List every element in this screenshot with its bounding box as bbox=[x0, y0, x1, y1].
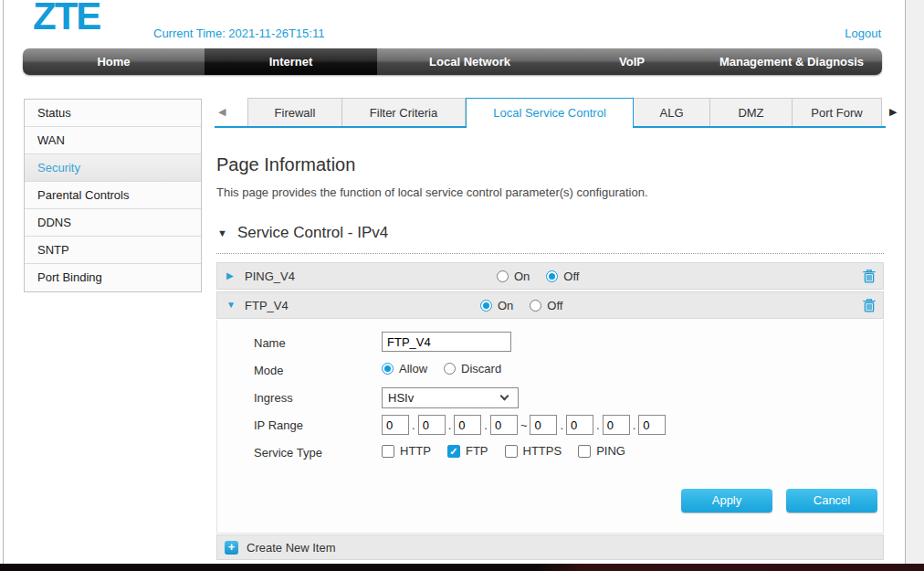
ip-range-field-label: IP Range bbox=[254, 418, 303, 432]
radio-on[interactable] bbox=[497, 270, 509, 282]
sidebar-item-port-binding[interactable]: Port Binding bbox=[25, 264, 201, 291]
nav-item-home[interactable]: Home bbox=[23, 48, 205, 75]
ip-dot-separator: . bbox=[596, 418, 600, 432]
delete-trash-icon[interactable] bbox=[862, 269, 877, 284]
checkbox-ftp[interactable] bbox=[447, 445, 460, 458]
sidebar-item-ddns[interactable]: DDNS bbox=[25, 209, 201, 237]
ip-end-octet-2[interactable] bbox=[566, 415, 593, 435]
tab-firewall[interactable]: Firewall bbox=[247, 98, 342, 126]
ip-start-octet-4[interactable] bbox=[490, 415, 518, 435]
nav-item-voip[interactable]: VoIP bbox=[562, 48, 701, 75]
tab-scroll-left-icon[interactable]: ◀ bbox=[218, 106, 226, 118]
ip-end-octet-4[interactable] bbox=[638, 415, 666, 435]
section-divider bbox=[216, 253, 884, 254]
rule-name: FTP_V4 bbox=[245, 299, 289, 312]
expand-triangle-icon[interactable]: ▼ bbox=[226, 300, 236, 310]
checkbox-ping[interactable] bbox=[578, 445, 591, 458]
section-toggle-service-control-ipv4[interactable]: ▼ Service Control - IPv4 bbox=[217, 224, 388, 242]
tab-port-forwarding[interactable]: Port Forw bbox=[793, 98, 882, 126]
sidebar: Status WAN Security Parental Controls DD… bbox=[24, 99, 202, 292]
mode-radio-group: Allow Discard bbox=[382, 362, 501, 375]
ip-end-octet-1[interactable] bbox=[530, 415, 557, 435]
collapse-triangle-icon: ▼ bbox=[217, 227, 227, 238]
checkbox-ftp-label: FTP bbox=[466, 444, 488, 458]
nav-item-local-network[interactable]: Local Network bbox=[377, 48, 562, 75]
expand-triangle-icon[interactable]: ▶ bbox=[226, 270, 234, 280]
nav-item-management-diagnosis[interactable]: Management & Diagnosis bbox=[701, 48, 882, 75]
sidebar-item-sntp[interactable]: SNTP bbox=[25, 237, 201, 264]
ingress-selected-value: HSIv bbox=[388, 391, 414, 405]
rule-name: PING_V4 bbox=[245, 270, 295, 283]
delete-trash-icon[interactable] bbox=[862, 298, 877, 313]
ip-start-octet-1[interactable] bbox=[382, 415, 409, 435]
ip-start-octet-3[interactable] bbox=[454, 415, 481, 435]
radio-off[interactable] bbox=[546, 270, 558, 282]
radio-off-label: Off bbox=[547, 299, 562, 312]
sidebar-item-security[interactable]: Security bbox=[25, 154, 201, 182]
taskbar-edge bbox=[0, 564, 924, 571]
ip-end-octet-3[interactable] bbox=[603, 415, 630, 435]
apply-button[interactable]: Apply bbox=[681, 489, 772, 513]
ip-tilde-separator: ~ bbox=[520, 418, 528, 432]
rule-enable-radio-group: On Off bbox=[480, 299, 562, 312]
ip-range-inputs: . . . ~ . . . bbox=[382, 415, 666, 435]
tab-local-service-control[interactable]: Local Service Control bbox=[466, 98, 634, 128]
service-type-checkbox-group: HTTP FTP HTTPS PING bbox=[382, 444, 625, 458]
rule-row-ftp-v4: ▼ FTP_V4 On Off bbox=[216, 291, 884, 319]
sidebar-item-wan[interactable]: WAN bbox=[25, 127, 201, 154]
radio-off[interactable] bbox=[530, 300, 541, 312]
ftp-v4-form-panel: Name Mode Allow Discard Ingress HSIv IP … bbox=[216, 320, 884, 534]
create-new-item-row[interactable]: + Create New Item bbox=[216, 534, 884, 560]
ingress-select[interactable]: HSIv bbox=[382, 387, 519, 408]
name-input[interactable] bbox=[382, 332, 511, 352]
tabs: Firewall Filter Criteria Local Service C… bbox=[247, 98, 882, 128]
section-title: Service Control - IPv4 bbox=[237, 224, 388, 242]
radio-discard-label: Discard bbox=[461, 362, 501, 375]
router-admin-page: ZTE Current Time: 2021-11-26T15:11 Logou… bbox=[0, 0, 924, 571]
radio-on-label: On bbox=[498, 299, 513, 312]
zte-logo: ZTE bbox=[33, 0, 100, 38]
mode-field-label: Mode bbox=[254, 364, 284, 377]
radio-allow[interactable] bbox=[382, 363, 394, 375]
checkbox-https[interactable] bbox=[505, 445, 518, 458]
checkbox-ping-label: PING bbox=[596, 444, 625, 458]
ip-dot-separator: . bbox=[484, 418, 488, 432]
radio-on-label: On bbox=[514, 270, 530, 283]
ip-dot-separator: . bbox=[633, 418, 636, 432]
chevron-down-icon bbox=[500, 392, 509, 401]
ip-dot-separator: . bbox=[412, 418, 415, 432]
name-field-label: Name bbox=[254, 336, 286, 350]
scrollbar-track[interactable] bbox=[906, 0, 924, 564]
checkbox-http[interactable] bbox=[382, 445, 394, 458]
ingress-field-label: Ingress bbox=[254, 391, 293, 405]
page-title: Page Information bbox=[216, 154, 355, 175]
radio-off-label: Off bbox=[563, 270, 579, 283]
sidebar-item-parental-controls[interactable]: Parental Controls bbox=[25, 182, 201, 209]
ip-dot-separator: . bbox=[560, 418, 563, 432]
create-new-item-label: Create New Item bbox=[247, 535, 336, 561]
sidebar-item-status[interactable]: Status bbox=[25, 100, 201, 127]
tab-filter-criteria[interactable]: Filter Criteria bbox=[342, 98, 466, 126]
radio-on[interactable] bbox=[480, 300, 492, 312]
window-right-edge bbox=[905, 0, 906, 564]
logout-link[interactable]: Logout bbox=[845, 26, 881, 40]
cancel-button[interactable]: Cancel bbox=[786, 489, 877, 513]
checkbox-http-label: HTTP bbox=[400, 444, 431, 458]
page-description: This page provides the function of local… bbox=[216, 185, 648, 199]
checkbox-https-label: HTTPS bbox=[523, 444, 562, 458]
plus-icon[interactable]: + bbox=[225, 541, 238, 555]
tab-dmz[interactable]: DMZ bbox=[710, 98, 793, 126]
tab-strip: ◀ Firewall Filter Criteria Local Service… bbox=[216, 98, 884, 128]
radio-allow-label: Allow bbox=[399, 362, 427, 375]
radio-discard[interactable] bbox=[444, 363, 456, 375]
nav-item-internet[interactable]: Internet bbox=[205, 48, 377, 75]
main-nav: Home Internet Local Network VoIP Managem… bbox=[23, 48, 882, 75]
ip-dot-separator: . bbox=[448, 418, 452, 432]
current-time-label: Current Time: 2021-11-26T15:11 bbox=[153, 26, 324, 40]
tab-alg[interactable]: ALG bbox=[634, 98, 710, 126]
ip-start-octet-2[interactable] bbox=[418, 415, 446, 435]
window-left-edge bbox=[3, 0, 4, 564]
rule-row-ping-v4: ▶ PING_V4 On Off bbox=[216, 262, 884, 290]
tab-scroll-right-icon[interactable]: ▶ bbox=[889, 106, 897, 118]
service-type-field-label: Service Type bbox=[254, 446, 322, 460]
